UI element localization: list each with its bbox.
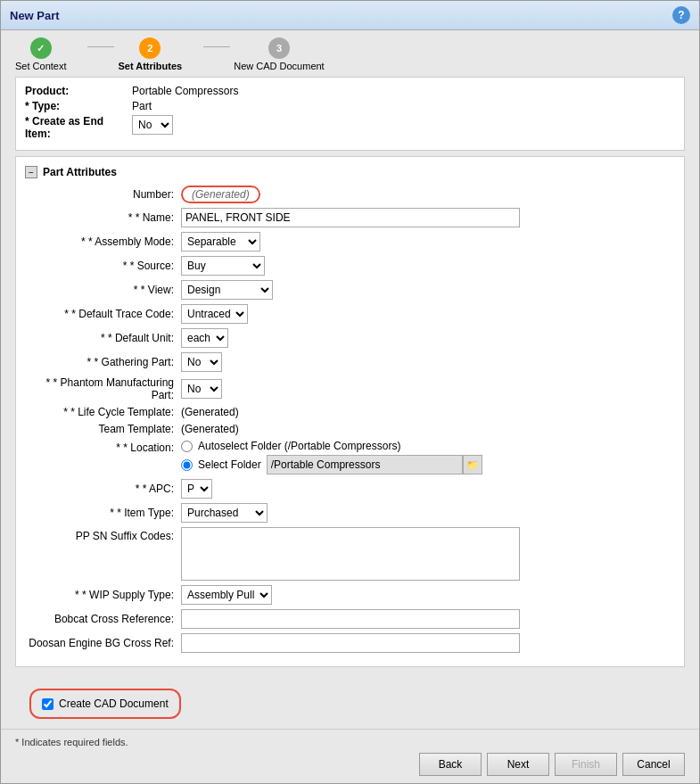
apc-select[interactable]: P A B xyxy=(182,480,211,498)
step-label-2: Set Attributes xyxy=(118,61,182,71)
wip-supply-select[interactable]: Assembly Pull Push Pull xyxy=(182,586,271,604)
wizard-steps: ✓ Set Context 2 Set Attributes 3 New CAD… xyxy=(1,30,699,71)
phantom-value-wrap: No Yes xyxy=(181,379,675,399)
doosan-row: Doosan Engine BG Cross Ref: xyxy=(25,633,675,653)
source-select-wrap[interactable]: Buy Make Buy or Make xyxy=(181,256,265,276)
bobcat-input[interactable] xyxy=(181,609,520,629)
phantom-select[interactable]: No Yes xyxy=(182,380,221,398)
step-circle-2: 2 xyxy=(139,37,161,59)
wip-supply-select-wrap[interactable]: Assembly Pull Push Pull xyxy=(181,585,272,605)
trace-code-select-wrap[interactable]: Untraced Traced Serial xyxy=(181,304,248,324)
unit-select-wrap[interactable]: each lot kg xyxy=(181,328,228,348)
apc-select-wrap[interactable]: P A B xyxy=(181,479,212,499)
next-button[interactable]: Next xyxy=(487,753,549,776)
view-row: * View: Design Manufacturing xyxy=(25,280,675,300)
step-circle-1: ✓ xyxy=(30,37,52,59)
back-button[interactable]: Back xyxy=(419,753,482,776)
product-value: Portable Compressors xyxy=(132,85,238,97)
source-value-wrap: Buy Make Buy or Make xyxy=(181,256,675,276)
header-section: Product: Portable Compressors * Type: Pa… xyxy=(15,77,685,151)
lifecycle-value: (Generated) xyxy=(181,406,239,418)
pp-sn-value-wrap xyxy=(181,527,675,581)
select-folder-radio[interactable] xyxy=(181,459,193,471)
pp-sn-textarea[interactable] xyxy=(181,527,520,581)
section-header: − Part Attributes xyxy=(25,166,675,178)
unit-value-wrap: each lot kg xyxy=(181,328,675,348)
doosan-input[interactable] xyxy=(181,633,520,653)
trace-code-row: * Default Trace Code: Untraced Traced Se… xyxy=(25,304,675,324)
location-label: * Location: xyxy=(25,440,181,454)
lifecycle-label: * Life Cycle Template: xyxy=(25,406,181,418)
assembly-mode-label: * Assembly Mode: xyxy=(25,235,181,248)
wip-supply-row: * WIP Supply Type: Assembly Pull Push Pu… xyxy=(25,585,675,605)
create-cad-label: Create CAD Document xyxy=(59,697,169,710)
autoselect-radio[interactable] xyxy=(181,441,193,452)
team-row: Team Template: (Generated) xyxy=(25,423,675,435)
content-area: Product: Portable Compressors * Type: Pa… xyxy=(1,71,699,729)
assembly-mode-select-wrap[interactable]: Separable Inseparable xyxy=(181,232,260,252)
gathering-select-wrap[interactable]: No Yes xyxy=(181,352,222,372)
view-select-wrap[interactable]: Design Manufacturing xyxy=(181,280,273,300)
name-input[interactable] xyxy=(181,208,520,227)
name-label: * Name: xyxy=(25,211,181,224)
step-set-attributes: 2 Set Attributes xyxy=(118,37,182,71)
title-bar: New Part ? xyxy=(1,1,699,30)
pp-sn-row: PP SN Suffix Codes: xyxy=(25,527,675,581)
folder-input-wrap: 📁 xyxy=(267,455,482,475)
phantom-select-wrap[interactable]: No Yes xyxy=(181,379,222,399)
item-type-label: * Item Type: xyxy=(25,507,181,519)
cancel-button[interactable]: Cancel xyxy=(622,753,685,776)
apc-label: * APC: xyxy=(25,483,181,495)
gathering-row: * Gathering Part: No Yes xyxy=(25,352,675,372)
folder-browse-button[interactable]: 📁 xyxy=(463,455,482,475)
pp-sn-label: PP SN Suffix Codes: xyxy=(25,527,181,542)
create-cad-checkbox[interactable] xyxy=(42,698,54,710)
autoselect-row: Autoselect Folder (/Portable Compressors… xyxy=(181,440,482,452)
type-value: Part xyxy=(132,100,152,112)
phantom-row: * Phantom Manufacturing Part: No Yes xyxy=(25,376,675,401)
wip-supply-value-wrap: Assembly Pull Push Pull xyxy=(181,585,675,605)
apc-value-wrap: P A B xyxy=(181,479,675,499)
assembly-mode-select[interactable]: Separable Inseparable xyxy=(182,233,259,251)
type-label: * Type: xyxy=(25,100,132,112)
window-title: New Part xyxy=(10,9,60,22)
step-label-3: New CAD Document xyxy=(234,61,324,71)
item-type-select-wrap[interactable]: Purchased Assembly Raw Material xyxy=(181,503,268,523)
location-value-wrap: Autoselect Folder (/Portable Compressors… xyxy=(181,440,675,475)
source-row: * Source: Buy Make Buy or Make xyxy=(25,256,675,276)
footer: * Indicates required fields. Back Next F… xyxy=(1,729,699,783)
finish-button[interactable]: Finish xyxy=(555,753,617,776)
bobcat-value-wrap xyxy=(181,609,675,629)
view-select[interactable]: Design Manufacturing xyxy=(182,281,272,299)
required-note: * Indicates required fields. xyxy=(15,737,685,747)
step-circle-3: 3 xyxy=(268,37,290,59)
create-cad-section: Create CAD Document xyxy=(29,689,181,719)
help-button[interactable]: ? xyxy=(672,6,690,24)
step-label-1: Set Context xyxy=(15,61,66,71)
assembly-mode-row: * Assembly Mode: Separable Inseparable xyxy=(25,232,675,252)
trace-code-value-wrap: Untraced Traced Serial xyxy=(181,304,675,324)
item-type-select[interactable]: Purchased Assembly Raw Material xyxy=(182,504,267,522)
part-attributes-panel: − Part Attributes Number: (Generated) * … xyxy=(15,156,685,667)
doosan-value-wrap xyxy=(181,633,675,653)
item-type-value-wrap: Purchased Assembly Raw Material xyxy=(181,503,675,523)
collapse-button[interactable]: − xyxy=(25,166,37,178)
folder-input[interactable] xyxy=(267,455,463,475)
view-label: * View: xyxy=(25,284,181,296)
step-connector-2 xyxy=(203,37,230,47)
gathering-value-wrap: No Yes xyxy=(181,352,675,372)
product-row: Product: Portable Compressors xyxy=(25,85,675,97)
create-end-select[interactable]: No Yes xyxy=(133,116,172,134)
view-value-wrap: Design Manufacturing xyxy=(181,280,675,300)
gathering-select[interactable]: No Yes xyxy=(182,353,221,371)
source-select[interactable]: Buy Make Buy or Make xyxy=(182,257,264,275)
lifecycle-value-wrap: (Generated) xyxy=(181,406,675,418)
unit-select[interactable]: each lot kg xyxy=(182,329,227,347)
name-row: * Name: xyxy=(25,208,675,227)
team-value-wrap: (Generated) xyxy=(181,423,675,435)
apc-row: * APC: P A B xyxy=(25,479,675,499)
trace-code-select[interactable]: Untraced Traced Serial xyxy=(182,305,247,323)
location-row: * Location: Autoselect Folder (/Portable… xyxy=(25,440,675,475)
create-end-select-wrap[interactable]: No Yes xyxy=(132,115,173,135)
bobcat-label: Bobcat Cross Reference: xyxy=(25,613,181,625)
